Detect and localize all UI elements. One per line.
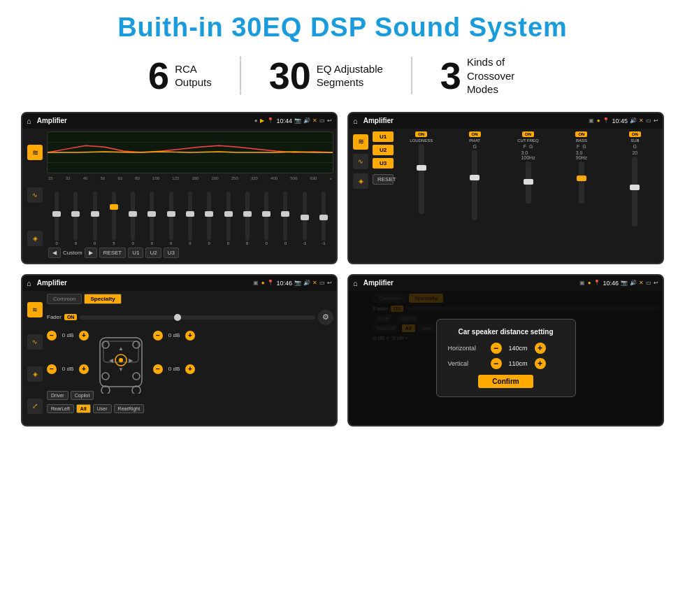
eq-sidebar-wave-icon[interactable]: ∿ xyxy=(27,187,43,203)
eq-u1-btn[interactable]: U1 xyxy=(128,248,143,258)
ch-loudness-track[interactable] xyxy=(419,144,424,214)
spk-ch-rl-plus[interactable]: + xyxy=(79,364,89,374)
eq-slider-13[interactable]: 0 xyxy=(277,192,294,245)
spk-tab-common[interactable]: Common xyxy=(47,294,82,304)
eq-track-6[interactable] xyxy=(150,192,154,241)
eq-thumb-9[interactable] xyxy=(205,211,213,217)
mixer-sidebar-eq-icon[interactable]: ≋ xyxy=(353,134,368,150)
spk-sidebar-arrows-icon[interactable]: ⤢ xyxy=(27,399,43,414)
eq-track-9[interactable] xyxy=(207,192,211,241)
ch-loudness-thumb[interactable] xyxy=(417,165,426,171)
ch-cutfreq-thumb[interactable] xyxy=(524,179,533,185)
dlg-home-icon[interactable]: ⌂ xyxy=(353,279,358,287)
dialog-horizontal-plus[interactable]: + xyxy=(535,343,546,354)
fader-track[interactable] xyxy=(80,315,315,320)
spk-copilot-btn[interactable]: Copilot xyxy=(71,391,94,400)
eq-slider-9[interactable]: 0 xyxy=(201,192,217,245)
ch-bass-on[interactable]: ON xyxy=(575,131,587,137)
eq-thumb-4[interactable] xyxy=(110,204,118,210)
eq-thumb-15[interactable] xyxy=(319,215,328,220)
spk-ch-rl-minus[interactable]: − xyxy=(47,364,57,374)
eq-slider-7[interactable]: 0 xyxy=(163,192,180,245)
fader-thumb[interactable] xyxy=(174,314,181,321)
eq-thumb-12[interactable] xyxy=(262,211,271,217)
spk-tab-specialty[interactable]: Specialty xyxy=(84,294,121,304)
spk-all-btn[interactable]: All xyxy=(76,404,91,413)
dialog-vertical-plus[interactable]: + xyxy=(535,358,546,369)
ch-phat-track[interactable] xyxy=(472,150,477,220)
eq-track-10[interactable] xyxy=(226,192,231,241)
spk-rearleft-btn[interactable]: RearLeft xyxy=(47,404,74,413)
mixer-sidebar-wave-icon[interactable]: ∿ xyxy=(353,154,368,169)
ch-cutfreq-track[interactable] xyxy=(526,162,531,203)
spk-rearright-btn[interactable]: RearRight xyxy=(114,404,145,413)
eq-u2-btn[interactable]: U2 xyxy=(145,248,161,258)
ch-cutfreq-on[interactable]: ON xyxy=(522,131,534,137)
ch-phat-on[interactable]: ON xyxy=(469,131,481,137)
eq-reset-btn[interactable]: RESET xyxy=(99,248,127,258)
ch-sub-on[interactable]: ON xyxy=(629,131,641,137)
eq-prev-btn[interactable]: ◀ xyxy=(48,248,61,258)
eq-sidebar-eq-icon[interactable]: ≋ xyxy=(27,145,43,160)
spk-user-btn[interactable]: User xyxy=(93,404,112,413)
eq-u3-btn[interactable]: U3 xyxy=(164,248,179,258)
eq-track-5[interactable] xyxy=(131,192,135,241)
ch-bass-track[interactable] xyxy=(579,162,584,203)
eq-slider-10[interactable]: 0 xyxy=(219,192,236,245)
eq-thumb-3[interactable] xyxy=(91,211,99,217)
mixer-sidebar-speaker-icon[interactable]: ◈ xyxy=(353,173,368,189)
ch-bass-thumb[interactable] xyxy=(577,176,586,181)
eq-slider-11[interactable]: 0 xyxy=(239,192,256,245)
spk-sidebar-eq-icon[interactable]: ≋ xyxy=(27,302,43,317)
ch-sub-thumb[interactable] xyxy=(630,185,640,190)
eq-thumb-14[interactable] xyxy=(301,215,309,220)
eq-thumb-13[interactable] xyxy=(281,211,289,217)
eq-slider-5[interactable]: 0 xyxy=(124,192,141,245)
eq-slider-12[interactable]: 0 xyxy=(258,192,275,245)
ch-loudness-on[interactable]: ON xyxy=(415,131,427,137)
eq-track-2[interactable] xyxy=(73,192,78,241)
spk-ch-fl-plus[interactable]: + xyxy=(79,331,89,341)
eq-thumb-6[interactable] xyxy=(147,211,156,217)
eq-track-1[interactable] xyxy=(55,192,59,241)
dialog-vertical-minus[interactable]: − xyxy=(491,358,502,369)
mixer-home-icon[interactable]: ⌂ xyxy=(353,117,358,125)
eq-thumb-10[interactable] xyxy=(224,211,233,217)
spk-ch-rr-minus[interactable]: − xyxy=(153,364,163,374)
mixer-u2-btn[interactable]: U2 xyxy=(373,145,394,155)
spk-home-icon[interactable]: ⌂ xyxy=(27,279,31,287)
eq-slider-15[interactable]: -1 xyxy=(315,192,332,245)
eq-slider-2[interactable]: 0 xyxy=(67,192,84,245)
eq-thumb-8[interactable] xyxy=(186,211,194,217)
eq-track-13[interactable] xyxy=(283,192,287,241)
eq-track-7[interactable] xyxy=(169,192,173,241)
eq-slider-6[interactable]: 0 xyxy=(143,192,160,245)
eq-slider-4[interactable]: 5 xyxy=(106,192,122,245)
eq-track-11[interactable] xyxy=(245,192,250,241)
mixer-u3-btn[interactable]: U3 xyxy=(373,158,394,169)
spk-ch-fr-minus[interactable]: − xyxy=(153,331,163,341)
ch-sub-track[interactable] xyxy=(632,157,637,227)
dialog-horizontal-minus[interactable]: − xyxy=(491,343,502,354)
eq-track-12[interactable] xyxy=(264,192,268,241)
eq-thumb-11[interactable] xyxy=(243,211,252,217)
eq-track-3[interactable] xyxy=(93,192,97,241)
fader-on-btn[interactable]: ON xyxy=(64,314,78,320)
eq-home-icon[interactable]: ⌂ xyxy=(27,117,31,125)
eq-track-14[interactable] xyxy=(303,192,307,241)
spk-ch-rr-plus[interactable]: + xyxy=(185,364,195,374)
eq-slider-1[interactable]: 0 xyxy=(48,192,65,245)
spk-settings-icon[interactable]: ⚙ xyxy=(318,310,333,325)
eq-track-4[interactable] xyxy=(112,192,116,241)
spk-ch-fl-minus[interactable]: − xyxy=(47,331,57,341)
mixer-reset-btn[interactable]: RESET xyxy=(373,174,394,185)
eq-thumb-5[interactable] xyxy=(129,211,137,217)
mixer-u1-btn[interactable]: U1 xyxy=(373,131,394,142)
eq-slider-14[interactable]: -1 xyxy=(296,192,312,245)
spk-ch-fr-plus[interactable]: + xyxy=(185,331,195,341)
spk-sidebar-wave-icon[interactable]: ∿ xyxy=(27,334,43,350)
ch-phat-thumb[interactable] xyxy=(470,175,480,180)
eq-track-15[interactable] xyxy=(322,192,326,241)
eq-thumb-2[interactable] xyxy=(71,211,80,217)
eq-thumb-1[interactable] xyxy=(52,211,61,217)
